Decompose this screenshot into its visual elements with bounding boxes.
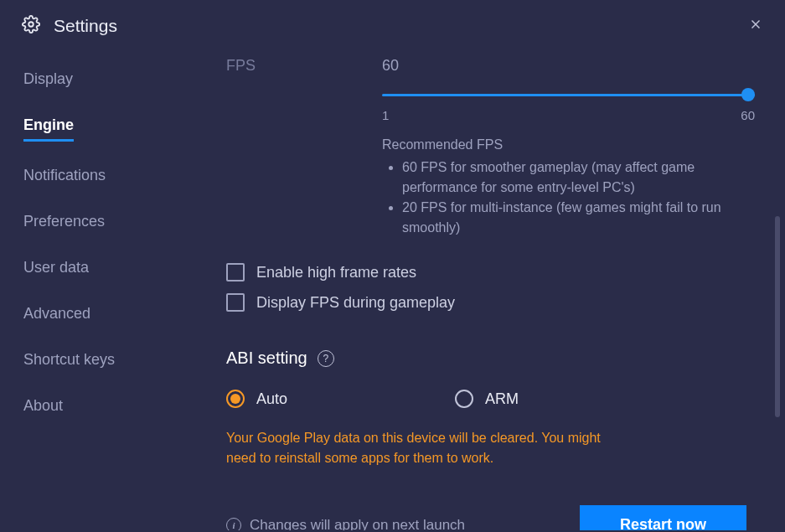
recommend-item: 60 FPS for smoother gameplay (may affect… bbox=[402, 158, 755, 198]
fps-slider[interactable] bbox=[382, 88, 755, 101]
sidebar-item-notifications[interactable]: Notifications bbox=[23, 167, 106, 188]
scrollbar[interactable] bbox=[775, 216, 780, 417]
sidebar-item-display[interactable]: Display bbox=[23, 70, 73, 91]
checkbox-label: Display FPS during gameplay bbox=[256, 294, 455, 312]
recommend-title: Recommended FPS bbox=[382, 137, 755, 152]
checkbox-icon bbox=[226, 293, 245, 312]
sidebar: Display Engine Notifications Preferences… bbox=[0, 49, 193, 530]
abi-option-auto[interactable]: Auto bbox=[226, 390, 287, 408]
abi-warning: Your Google Play data on this device wil… bbox=[226, 428, 628, 468]
info-icon: i bbox=[226, 518, 241, 531]
radio-icon bbox=[455, 390, 473, 408]
checkbox-icon bbox=[226, 263, 245, 281]
restart-button[interactable]: Restart now bbox=[580, 505, 746, 530]
radio-icon bbox=[226, 390, 245, 408]
sidebar-item-shortcut-keys[interactable]: Shortcut keys bbox=[23, 351, 115, 372]
fps-label: FPS bbox=[226, 57, 369, 238]
content-panel: FPS 60 1 60 Recommended FPS 60 FPS for s… bbox=[193, 49, 785, 530]
sidebar-item-engine[interactable]: Engine bbox=[23, 116, 74, 142]
sidebar-item-user-data[interactable]: User data bbox=[23, 259, 89, 280]
display-fps-checkbox[interactable]: Display FPS during gameplay bbox=[226, 293, 755, 312]
sidebar-item-about[interactable]: About bbox=[23, 397, 63, 418]
enable-high-frame-checkbox[interactable]: Enable high frame rates bbox=[226, 263, 755, 281]
close-icon[interactable] bbox=[748, 17, 763, 35]
help-icon[interactable]: ? bbox=[318, 350, 334, 367]
abi-option-arm[interactable]: ARM bbox=[455, 390, 519, 408]
radio-label: ARM bbox=[485, 390, 519, 408]
page-title: Settings bbox=[54, 16, 117, 36]
fps-value: 60 bbox=[382, 57, 755, 75]
gear-icon bbox=[22, 15, 40, 37]
abi-section-title: ABI setting bbox=[226, 349, 307, 368]
slider-min: 1 bbox=[382, 108, 389, 122]
recommend-item: 20 FPS for multi-instance (few games mig… bbox=[402, 198, 755, 238]
footer-note: Changes will apply on next launch bbox=[250, 517, 465, 531]
checkbox-label: Enable high frame rates bbox=[256, 264, 416, 281]
radio-label: Auto bbox=[256, 390, 287, 408]
sidebar-item-preferences[interactable]: Preferences bbox=[23, 213, 105, 234]
svg-point-0 bbox=[28, 22, 34, 27]
slider-max: 60 bbox=[741, 108, 755, 122]
sidebar-item-advanced[interactable]: Advanced bbox=[23, 305, 90, 326]
slider-thumb[interactable] bbox=[741, 88, 755, 101]
